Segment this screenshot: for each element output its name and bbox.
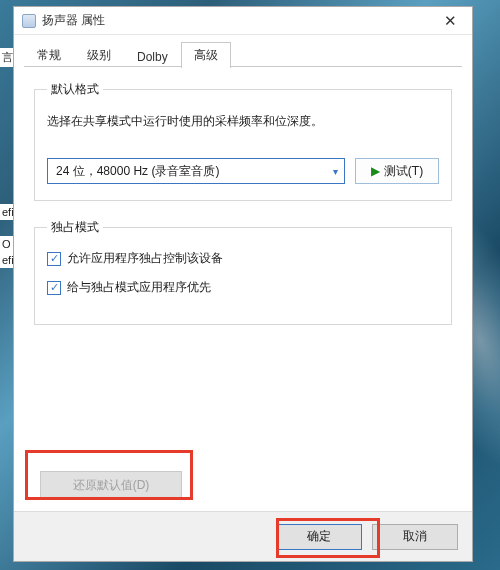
restore-defaults-button[interactable]: 还原默认值(D) xyxy=(40,471,182,499)
window-title: 扬声器 属性 xyxy=(42,12,430,29)
tab-advanced[interactable]: 高级 xyxy=(181,42,231,68)
ok-button[interactable]: 确定 xyxy=(276,524,362,550)
exclusive-priority-label: 给与独占模式应用程序优先 xyxy=(67,279,211,296)
close-icon: ✕ xyxy=(444,12,457,30)
tab-dolby[interactable]: Dolby xyxy=(124,45,181,68)
tab-general[interactable]: 常规 xyxy=(24,42,74,68)
close-button[interactable]: ✕ xyxy=(430,8,470,34)
titlebar: 扬声器 属性 ✕ xyxy=(14,7,472,35)
speaker-properties-dialog: 扬声器 属性 ✕ 常规 级别 Dolby 高级 默认格式 选择在共享模式中运行时… xyxy=(13,6,473,562)
exclusive-mode-group: 独占模式 ✓ 允许应用程序独占控制该设备 ✓ 给与独占模式应用程序优先 xyxy=(34,219,452,325)
tab-levels[interactable]: 级别 xyxy=(74,42,124,68)
test-button[interactable]: ▶ 测试(T) xyxy=(355,158,439,184)
allow-exclusive-label: 允许应用程序独占控制该设备 xyxy=(67,250,223,267)
speaker-icon xyxy=(22,14,36,28)
check-icon: ✓ xyxy=(50,252,59,265)
exclusive-priority-checkbox[interactable]: ✓ xyxy=(47,281,61,295)
default-format-description: 选择在共享模式中运行时使用的采样频率和位深度。 xyxy=(47,112,439,130)
chevron-down-icon: ▾ xyxy=(333,166,338,177)
allow-exclusive-checkbox[interactable]: ✓ xyxy=(47,252,61,266)
default-format-legend: 默认格式 xyxy=(47,81,103,98)
default-format-group: 默认格式 选择在共享模式中运行时使用的采样频率和位深度。 24 位，48000 … xyxy=(34,81,452,201)
test-button-label: 测试(T) xyxy=(384,163,423,180)
dialog-footer: 确定 取消 xyxy=(14,511,472,561)
cancel-button[interactable]: 取消 xyxy=(372,524,458,550)
format-selected-value: 24 位，48000 Hz (录音室音质) xyxy=(56,163,333,180)
bg-fragment: O xyxy=(0,236,13,252)
exclusive-mode-legend: 独占模式 xyxy=(47,219,103,236)
check-icon: ✓ xyxy=(50,281,59,294)
play-icon: ▶ xyxy=(371,164,380,178)
format-dropdown[interactable]: 24 位，48000 Hz (录音室音质) ▾ xyxy=(47,158,345,184)
tab-strip: 常规 级别 Dolby 高级 xyxy=(24,41,462,67)
advanced-panel: 默认格式 选择在共享模式中运行时使用的采样频率和位深度。 24 位，48000 … xyxy=(24,67,462,511)
